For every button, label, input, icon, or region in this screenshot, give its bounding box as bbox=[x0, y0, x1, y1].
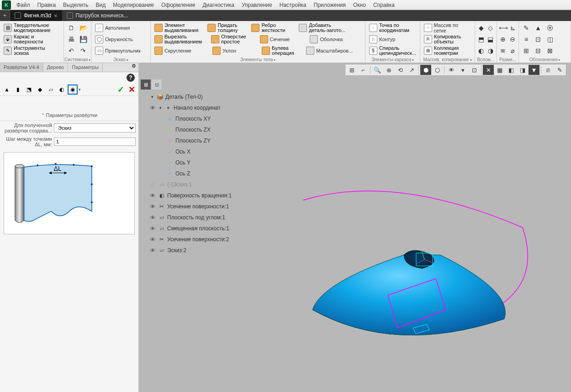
aux-icon[interactable]: ◇ bbox=[486, 23, 495, 33]
tool-boolean[interactable]: Булеваоперация bbox=[260, 46, 296, 56]
ribbon-group-workspace: ▧ Твердотельноемоделирование ⬙ Каркас ип… bbox=[0, 21, 64, 63]
ann-icon[interactable]: ▲ bbox=[533, 23, 544, 33]
dim-icon[interactable]: ⌀ bbox=[508, 46, 517, 56]
lp-tab-unfold[interactable]: Развёртки V4.4 bbox=[0, 63, 43, 72]
menu-settings[interactable]: Настройка bbox=[276, 0, 310, 10]
shape-sphere-icon[interactable]: ◉ bbox=[68, 85, 78, 95]
field-label: Шаг между точками ΔL, мм: bbox=[3, 136, 52, 147]
shape-torus-icon[interactable]: ◐ bbox=[57, 85, 67, 95]
shape-elbow-icon[interactable]: ⬔ bbox=[24, 85, 34, 95]
tool-cut-extrude[interactable]: Вырезатьвыдавливанием bbox=[153, 34, 204, 44]
aux-icon[interactable]: ◆ bbox=[477, 23, 486, 33]
field-label: Для полученной развёртки создава... bbox=[3, 122, 52, 133]
save-icon[interactable]: 💾 bbox=[78, 34, 89, 44]
mode-sketch-tools[interactable]: ✎ Инструментыэскиза bbox=[2, 45, 62, 56]
ann-icon[interactable]: ⊞ bbox=[521, 46, 532, 56]
ann-icon[interactable]: ⊡ bbox=[533, 34, 544, 44]
dim-icon[interactable]: ⟷ bbox=[499, 23, 508, 33]
tool-scale[interactable]: Масштабиров... bbox=[304, 46, 354, 56]
lp-tab-params[interactable]: Параметры bbox=[68, 63, 103, 72]
left-panel: Развёртки V4.4 Дерево Параметры ⚙ ? ▲ ▮ … bbox=[0, 63, 139, 392]
tab-active[interactable]: Фигня.m3d × bbox=[10, 10, 62, 21]
dim-icon[interactable]: ≋ bbox=[499, 46, 508, 56]
menu-manage[interactable]: Управление bbox=[238, 0, 276, 10]
tool-thicken[interactable]: Придатьтолщину bbox=[206, 23, 239, 33]
shape-frustum-icon[interactable]: ▱ bbox=[46, 85, 56, 95]
tool-extrude[interactable]: Элементвыдавливания bbox=[153, 23, 200, 33]
ann-icon[interactable]: ✎ bbox=[521, 23, 532, 33]
shape-transition-icon[interactable]: ◆ bbox=[35, 85, 45, 95]
shape-cylinder-icon[interactable]: ▮ bbox=[13, 85, 23, 95]
open-icon[interactable]: 📂 bbox=[78, 23, 89, 33]
menu-view[interactable]: Вид bbox=[92, 0, 109, 10]
new-tab-button[interactable]: + bbox=[0, 10, 10, 21]
new-icon[interactable]: 🗋 bbox=[66, 23, 77, 33]
lp-tab-tree[interactable]: Дерево bbox=[43, 63, 69, 72]
close-icon[interactable]: × bbox=[54, 12, 58, 19]
menu-apps[interactable]: Приложения bbox=[310, 0, 349, 10]
menu-diag[interactable]: Диагностика bbox=[199, 0, 238, 10]
viewport-3d[interactable]: ⊞ ⌐ 🔍 ⊕ ⟲ ↗ ⬢ ⬡ 👁 ▾ ⊡ ✕ ▦ ◧ ◨ ▼ ⎚ ✎ ⊞ ⊟ … bbox=[139, 63, 571, 392]
shape-cone-icon[interactable]: ▲ bbox=[2, 85, 12, 95]
draft-icon bbox=[212, 47, 221, 55]
mode-surface[interactable]: ⬙ Каркас иповерхности bbox=[2, 33, 62, 45]
step-input[interactable] bbox=[54, 138, 136, 146]
dim-icon[interactable]: ⊾ bbox=[509, 23, 517, 33]
tool-shell[interactable]: Оболочка bbox=[308, 34, 344, 44]
tool-hole[interactable]: Отверстиепростое bbox=[209, 34, 248, 44]
aux-icon[interactable]: ◐ bbox=[477, 46, 486, 56]
svg-point-1 bbox=[37, 164, 38, 166]
help-icon[interactable]: ? bbox=[127, 74, 135, 82]
menu-format[interactable]: Оформление bbox=[158, 0, 199, 10]
ann-icon[interactable]: ≡ bbox=[521, 34, 532, 44]
tool-contour[interactable]: ⎍Контур bbox=[367, 33, 418, 45]
tool-collection[interactable]: ⊞Коллекциягеометрии bbox=[422, 45, 473, 56]
menu-file[interactable]: Файл bbox=[13, 0, 34, 10]
tool-circle[interactable]: ◯Окружность bbox=[93, 33, 148, 45]
ann-icon[interactable]: ◫ bbox=[545, 34, 555, 44]
menu-window[interactable]: Окно bbox=[349, 0, 370, 10]
ann-icon[interactable]: ⊟ bbox=[533, 46, 544, 56]
tool-rib[interactable]: Реброжесткости bbox=[249, 23, 287, 33]
tool-array-grid[interactable]: ⁘Массив по сетке bbox=[422, 22, 473, 33]
tool-spiral[interactable]: §Спиральцилиндрическ... bbox=[367, 45, 418, 56]
cancel-button[interactable]: ✕ bbox=[127, 85, 137, 95]
menu-select[interactable]: Выделить bbox=[59, 0, 92, 10]
ann-icon[interactable]: ⊠ bbox=[545, 46, 555, 56]
redo-icon[interactable]: ↷ bbox=[78, 46, 89, 56]
group-label: Вспом... bbox=[475, 57, 497, 62]
menu-modeling[interactable]: Моделирование bbox=[109, 0, 158, 10]
mode-solid[interactable]: ▧ Твердотельноемоделирование bbox=[2, 22, 62, 33]
menu-edit[interactable]: Правка bbox=[34, 0, 60, 10]
menu-help[interactable]: Справка bbox=[370, 0, 398, 10]
ribbon-group-dim: ⟷⊾ ⊕⊖ ≋⌀ Разме... bbox=[497, 21, 519, 63]
document-tabs: + Фигня.m3d × Патрубок коническ... bbox=[0, 10, 571, 21]
tool-add-part[interactable]: Добавитьдеталь-загото... bbox=[297, 23, 347, 33]
tool-section[interactable]: Сечение bbox=[258, 34, 292, 44]
aux-icon[interactable]: ⬓ bbox=[486, 34, 495, 44]
tab-label: Фигня.m3d bbox=[24, 12, 51, 19]
tab-inactive[interactable]: Патрубок коническ... bbox=[62, 10, 133, 21]
app-logo-icon: K bbox=[2, 0, 11, 10]
tool-point[interactable]: ·Точка покоординатам bbox=[367, 22, 418, 33]
extrude-icon bbox=[154, 24, 163, 32]
dim-icon[interactable]: ⊕ bbox=[499, 34, 508, 44]
dim-icon[interactable]: ⊖ bbox=[508, 34, 517, 44]
ann-icon[interactable]: ⦿ bbox=[545, 23, 555, 33]
tool-rect[interactable]: ▭Прямоугольник bbox=[93, 45, 148, 56]
undo-icon[interactable]: ↶ bbox=[66, 46, 77, 56]
aux-icon[interactable]: ◑ bbox=[486, 46, 495, 56]
collection-icon: ⊞ bbox=[424, 47, 432, 55]
apply-button[interactable]: ✓ bbox=[116, 85, 126, 95]
svg-point-3 bbox=[73, 164, 74, 166]
array-icon: ⁘ bbox=[424, 24, 432, 32]
ribbon: ▧ Твердотельноемоделирование ⬙ Каркас ип… bbox=[0, 21, 571, 63]
tool-fillet[interactable]: Скругление bbox=[153, 46, 193, 56]
tool-copy[interactable]: ⎘Копироватьобъекты bbox=[422, 33, 473, 45]
tool-autoline[interactable]: ⟋Автолиния bbox=[93, 22, 148, 33]
gear-icon[interactable]: ⚙ bbox=[129, 63, 138, 72]
print-icon[interactable]: 🖶 bbox=[66, 34, 77, 44]
tool-draft[interactable]: Уклон bbox=[211, 46, 238, 56]
create-type-select[interactable]: Эскиз bbox=[54, 123, 136, 132]
aux-icon[interactable]: ⬒ bbox=[477, 34, 486, 44]
